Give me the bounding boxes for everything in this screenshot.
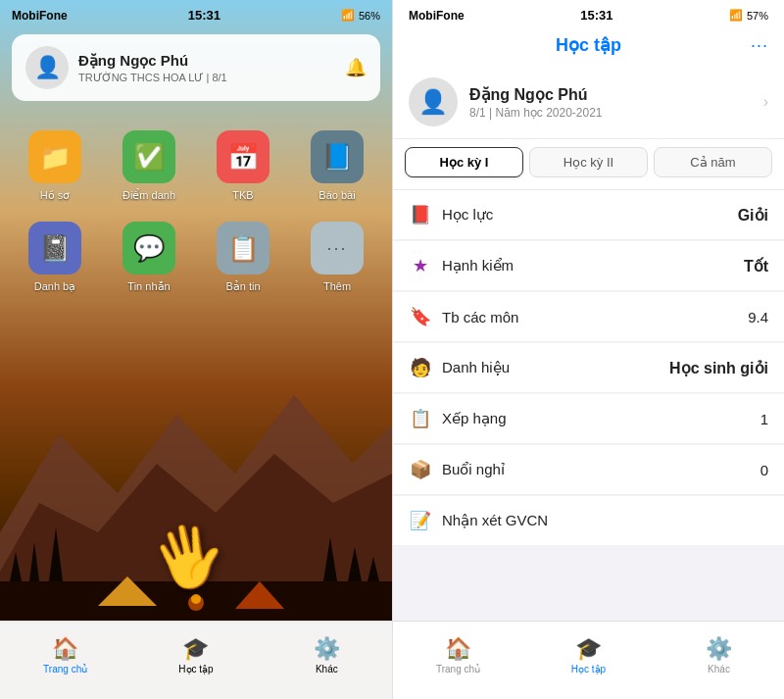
tab-ca-nam[interactable]: Cả năm bbox=[654, 147, 772, 177]
left-nav-label-khac: Khác bbox=[316, 664, 338, 674]
student-info: 8/1 | Năm học 2020-2021 bbox=[469, 106, 603, 120]
left-nav-label-hoc-tap: Học tập bbox=[178, 664, 213, 674]
profile-school: TRƯỜNG THCS HOA LƯ | 8/1 bbox=[78, 72, 227, 84]
app-icon-bao-bai: 📘 bbox=[311, 130, 364, 183]
right-time: 15:31 bbox=[580, 8, 612, 23]
stat-label-nhan-xet: Nhận xét GVCN bbox=[442, 512, 548, 529]
student-avatar: 👤 bbox=[409, 77, 458, 126]
app-danh-ba[interactable]: 📓 Danh bạ bbox=[8, 212, 102, 303]
left-time: 15:31 bbox=[188, 8, 220, 23]
app-bao-bai[interactable]: 📘 Báo bài bbox=[290, 121, 384, 212]
right-bottom-nav: 🏠 Trang chủ 🎓 Học tập ⚙️ Khác bbox=[393, 621, 784, 699]
student-profile-row[interactable]: 👤 Đặng Ngọc Phú 8/1 | Năm học 2020-2021 … bbox=[393, 66, 784, 139]
stat-left-hoc-luc: 📕 Học lực bbox=[409, 204, 493, 225]
app-grid: 📁 Hồ sơ ✅ Điểm danh 📅 TKB 📘 Báo bài 📓 Da… bbox=[0, 109, 392, 315]
app-diem-danh[interactable]: ✅ Điểm danh bbox=[102, 121, 196, 212]
app-tkb[interactable]: 📅 TKB bbox=[196, 121, 290, 212]
app-them[interactable]: ··· Thêm bbox=[290, 212, 384, 303]
stat-nhan-xet[interactable]: 📝 Nhận xét GVCN bbox=[393, 496, 784, 546]
right-nav-hoc-tap[interactable]: 🎓 Học tập bbox=[523, 622, 654, 689]
app-icon-tkb: 📅 bbox=[217, 130, 270, 183]
app-label-them: Thêm bbox=[323, 280, 351, 292]
home-icon-right: 🏠 bbox=[445, 636, 471, 662]
tab-hk2[interactable]: Học kỳ II bbox=[529, 147, 648, 177]
gear-icon-right: ⚙️ bbox=[706, 636, 732, 662]
left-status-bar: MobiFone 15:31 📶 56% bbox=[0, 0, 392, 26]
profile-card-left: 👤 Đặng Ngọc Phú TRƯỜNG THCS HOA LƯ | 8/1 bbox=[25, 46, 227, 89]
stat-label-danh-hieu: Danh hiệu bbox=[442, 359, 510, 376]
app-label-tkb: TKB bbox=[232, 189, 253, 201]
stat-tb-cac-mon: 🔖 Tb các môn 9.4 bbox=[393, 292, 784, 342]
wifi-icon: 📶 bbox=[341, 9, 355, 22]
gear-icon: ⚙️ bbox=[314, 636, 340, 662]
app-label-bao-bai: Báo bài bbox=[318, 189, 355, 201]
student-details: Đặng Ngọc Phú 8/1 | Năm học 2020-2021 bbox=[469, 85, 603, 120]
stat-left-xep-hang: 📋 Xếp hạng bbox=[409, 408, 507, 429]
home-icon: 🏠 bbox=[52, 636, 78, 662]
left-nav-trang-chu[interactable]: 🏠 Trang chủ bbox=[0, 622, 130, 689]
star-icon: ★ bbox=[409, 255, 432, 276]
right-nav-trang-chu[interactable]: 🏠 Trang chủ bbox=[393, 622, 523, 689]
stat-left-danh-hieu: 🧑 Danh hiệu bbox=[409, 357, 510, 378]
left-phone-screen: MobiFone 15:31 📶 56% 👤 Đặng Ngọc Phú TRƯ… bbox=[0, 0, 392, 699]
avatar: 👤 bbox=[25, 46, 69, 89]
more-options-button[interactable]: ··· bbox=[751, 35, 768, 56]
app-label-tin-nhan: Tin nhắn bbox=[127, 280, 170, 293]
calendar-red-icon: 📦 bbox=[409, 459, 432, 480]
profile-info: Đặng Ngọc Phú TRƯỜNG THCS HOA LƯ | 8/1 bbox=[78, 52, 227, 84]
stat-value-xep-hang: 1 bbox=[760, 411, 768, 427]
stat-left-nhan-xet: 📝 Nhận xét GVCN bbox=[409, 510, 548, 531]
left-nav-khac[interactable]: ⚙️ Khác bbox=[262, 622, 392, 689]
left-bottom-nav: 🏠 Trang chủ 🎓 Học tập ⚙️ Khác bbox=[0, 621, 392, 699]
svg-point-12 bbox=[191, 594, 201, 604]
left-nav-label-trang-chu: Trang chủ bbox=[43, 664, 87, 674]
app-ban-tin[interactable]: 📋 Bản tin bbox=[196, 212, 290, 303]
stat-label-xep-hang: Xếp hạng bbox=[442, 410, 507, 427]
stat-label-buoi-nghi: Buổi nghỉ bbox=[442, 461, 505, 478]
right-status-bar: MobiFone 15:31 📶 57% bbox=[393, 0, 784, 26]
app-ho-so[interactable]: 📁 Hồ sơ bbox=[8, 121, 102, 212]
right-nav-label-hoc-tap: Học tập bbox=[571, 664, 606, 674]
bell-icon[interactable]: 🔔 bbox=[345, 57, 367, 78]
person-icon: 🧑 bbox=[409, 357, 432, 378]
page-title: Học tập bbox=[556, 34, 621, 56]
stat-left-buoi-nghi: 📦 Buổi nghỉ bbox=[409, 459, 505, 480]
profile-card[interactable]: 👤 Đặng Ngọc Phú TRƯỜNG THCS HOA LƯ | 8/1… bbox=[12, 34, 380, 101]
app-label-ban-tin: Bản tin bbox=[225, 280, 260, 293]
left-battery: 📶 56% bbox=[341, 9, 380, 22]
graduation-icon-right: 🎓 bbox=[575, 636, 602, 662]
app-tin-nhan[interactable]: 💬 Tin nhắn bbox=[102, 212, 196, 303]
stats-list: 📕 Học lực Giỏi ★ Hạnh kiểm Tốt 🔖 Tb các … bbox=[393, 190, 784, 625]
graduation-icon: 🎓 bbox=[182, 636, 209, 662]
bookmark-icon: 🔖 bbox=[409, 306, 432, 327]
stat-hanh-kiem: ★ Hạnh kiểm Tốt bbox=[393, 241, 784, 291]
list-icon: 📋 bbox=[409, 408, 432, 429]
app-label-ho-so: Hồ sơ bbox=[40, 189, 71, 202]
app-icon-ho-so: 📁 bbox=[28, 130, 81, 183]
stat-danh-hieu: 🧑 Danh hiệu Học sinh giỏi bbox=[393, 343, 784, 393]
stat-label-hoc-luc: Học lực bbox=[442, 206, 493, 224]
right-nav-label-khac: Khác bbox=[708, 664, 730, 674]
app-label-diem-danh: Điểm danh bbox=[122, 189, 175, 202]
stat-buoi-nghi: 📦 Buổi nghỉ 0 bbox=[393, 445, 784, 495]
tab-hk1[interactable]: Học kỳ I bbox=[405, 147, 523, 177]
stat-label-hanh-kiem: Hạnh kiểm bbox=[442, 257, 514, 275]
right-phone-screen: MobiFone 15:31 📶 57% Học tập ··· 👤 Đặng … bbox=[392, 0, 784, 699]
left-carrier: MobiFone bbox=[12, 9, 68, 23]
profile-name: Đặng Ngọc Phú bbox=[78, 52, 227, 70]
right-header: Học tập ··· bbox=[393, 26, 784, 66]
app-icon-diem-danh: ✅ bbox=[122, 130, 175, 183]
wifi-icon-right: 📶 bbox=[729, 9, 743, 22]
stat-left-tb: 🔖 Tb các môn bbox=[409, 306, 518, 327]
note-icon: 📝 bbox=[409, 510, 432, 531]
book-icon: 📕 bbox=[409, 204, 432, 225]
student-profile-left: 👤 Đặng Ngọc Phú 8/1 | Năm học 2020-2021 bbox=[409, 77, 603, 126]
tabs-row: Học kỳ I Học kỳ II Cả năm bbox=[393, 139, 784, 190]
right-nav-khac[interactable]: ⚙️ Khác bbox=[654, 622, 784, 689]
stat-label-tb: Tb các môn bbox=[442, 309, 518, 325]
stat-left-hanh-kiem: ★ Hạnh kiểm bbox=[409, 255, 514, 276]
stat-value-hanh-kiem: Tốt bbox=[744, 257, 768, 275]
app-icon-danh-ba: 📓 bbox=[28, 222, 81, 275]
app-icon-ban-tin: 📋 bbox=[217, 222, 270, 275]
left-nav-hoc-tap[interactable]: 🎓 Học tập bbox=[130, 622, 261, 689]
